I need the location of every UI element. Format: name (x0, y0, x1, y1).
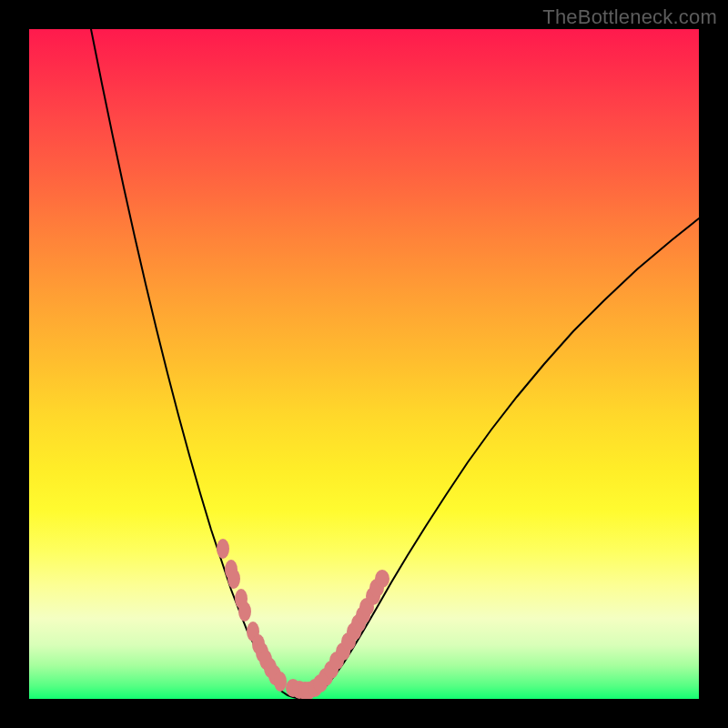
chart-svg (29, 29, 699, 699)
svg-point-11 (274, 672, 287, 692)
svg-point-0 (217, 539, 229, 559)
svg-point-2 (228, 569, 240, 589)
bottleneck-curve (91, 29, 699, 699)
highlight-dots-left (217, 539, 287, 692)
watermark-text: TheBottleneck.com (542, 5, 717, 29)
chart-frame: TheBottleneck.com (0, 0, 728, 728)
plot-area (29, 29, 699, 699)
svg-point-4 (238, 602, 251, 622)
highlight-dots-right (286, 570, 389, 699)
svg-point-29 (375, 570, 389, 588)
